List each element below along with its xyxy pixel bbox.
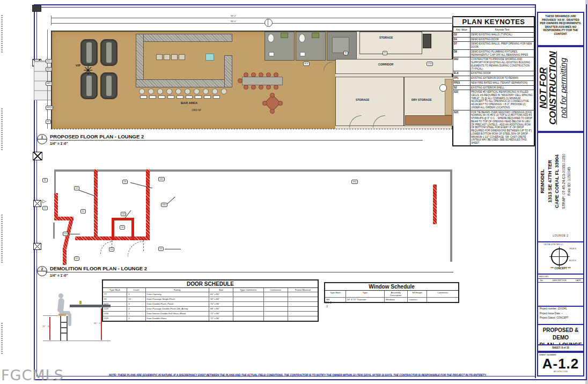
- bar-stool: [139, 88, 145, 94]
- door-schedule-cell: 1: [127, 292, 145, 297]
- keynote-row: S2EXISTING EXTERIOR SHELL: [453, 86, 534, 91]
- area-label: 1063 SF: [192, 109, 201, 112]
- chair: [244, 72, 248, 77]
- door-schedule-cell: [264, 307, 288, 311]
- edge-stamp: [1, 215, 3, 263]
- keynote-key: D4: [453, 38, 471, 42]
- project-folio: Folio ID: 1050045: [567, 130, 572, 232]
- bar-stool: [157, 88, 163, 94]
- keynote-tag: FP23: [46, 106, 53, 110]
- keynote-row: D8DEMO EXISTING PLUMBING FIXTURES, PERMA…: [453, 50, 534, 57]
- door-schedule-header: Type MarkCountFamilySizeType CommentsCom…: [103, 288, 318, 292]
- edge-stamp: [1, 322, 3, 354]
- keynote-tag: FP1: [46, 82, 52, 86]
- door-schedule-cell: [233, 302, 263, 306]
- datum-marker: [264, 19, 273, 27]
- chair: [251, 85, 256, 90]
- keynote-row: EL8EXISTING DOOR: [453, 71, 534, 76]
- door-schedule-col: Size: [209, 288, 233, 292]
- keynote-tag: D62: [161, 203, 167, 207]
- shelving: [405, 115, 452, 125]
- existing-wall: [450, 169, 452, 262]
- window-schedule-header: Type MarkTypeAssembly DescriptionSill He…: [325, 291, 458, 298]
- elevation-marker: [439, 84, 447, 92]
- demo-door-swing: [128, 241, 143, 256]
- door-schedule-cell: Door-Opening: [146, 292, 209, 297]
- door-schedule-cell: 12: [127, 297, 145, 301]
- person-figure: [68, 313, 71, 326]
- keynote-key: FP1: [453, 76, 471, 80]
- room-label-storage-top: STORAGE: [379, 36, 393, 39]
- door-schedule-rows: 771Door-Opening60" x 80"9112Door-Passage…: [103, 292, 318, 321]
- project-name: REMODEL: [539, 130, 547, 232]
- stool-tag: [177, 95, 183, 99]
- dimension-arrow: [49, 317, 50, 340]
- grid-marker: [33, 243, 41, 250]
- keynote-row: D2DEMO EXISTING WALLS (TYPICAL): [453, 33, 534, 38]
- existing-wall: [54, 169, 452, 172]
- keynote-row: S23FOR TIE BEAMS OVER MASONRY OPENINGS (…: [453, 110, 534, 145]
- dining-table: [242, 77, 283, 85]
- shelving: [445, 79, 452, 115]
- bar-equipment: [179, 54, 185, 60]
- keynote-text: EXISTING DOOR: [471, 71, 534, 76]
- true-north-label: TRUE N: [569, 248, 576, 250]
- keynote-row: D7DEMO EXISTING WALLS, PREP OPENING FOR …: [453, 42, 534, 49]
- keynote-tag: D4: [109, 247, 114, 252]
- chair: [274, 72, 278, 77]
- keynote-text: CONTRACTOR TO PROVIDE SHORING AND SUPPOR…: [471, 57, 534, 71]
- door-schedule-col: Type Comments: [233, 288, 263, 292]
- not-for-construction-stamp: NOT FOR CONSTRUCTION not for permitting: [539, 48, 582, 128]
- drink-glass: [79, 301, 82, 304]
- keynotes-header: Key Value Keynote Text: [453, 27, 534, 33]
- keynote-tag: D58: [427, 62, 433, 66]
- north-arrow-icon: [551, 248, 568, 265]
- keynote-tag: S23: [46, 67, 52, 71]
- project-address-2: CAPE CORAL FL 33904: [554, 130, 561, 232]
- chair: [266, 72, 271, 77]
- door-schedule-row: 9112Door-Passage-Single-Flush30" x 84": [103, 297, 318, 302]
- registration-mark: [32, 5, 41, 12]
- window-schedule-col: Assembly Description: [385, 291, 408, 297]
- history-title: HISTORY: [538, 275, 583, 278]
- stool-rung: [60, 322, 68, 323]
- room-label-dry-storage: DRY STORAGE: [411, 98, 432, 101]
- proposed-floor-plan: 94'-2" 94'-0" ✳ VIP BAR AREA 1063 SF: [51, 29, 453, 131]
- keynote-key: D2: [453, 33, 471, 37]
- keynote-text: EXISTING EXTERIOR SHELL: [471, 86, 534, 90]
- keynote-tag: D2: [74, 256, 79, 261]
- dimension-line: [51, 18, 453, 18]
- bar-stool: [212, 88, 218, 94]
- door-schedule-cell: [233, 312, 263, 316]
- keynotes-rows: D2DEMO EXISTING WALLS (TYPICAL)D4DEMO EX…: [453, 33, 534, 145]
- general-note: NOTE: THESE PLANS ARE SCHEMATIC IN NATUR…: [59, 374, 536, 376]
- stool-rung: [60, 327, 68, 328]
- grid-marker: [33, 200, 41, 207]
- bar-cooler: [205, 54, 214, 61]
- door-schedule-cell: 72" x 96": [209, 312, 233, 316]
- demising-line: [51, 129, 453, 129]
- project-number-box: Project number: 23-0341 Project Issue Da…: [537, 306, 584, 325]
- door-schedule-cell: 72" x 96": [209, 302, 233, 306]
- demo-wall: [94, 169, 98, 240]
- chair: [251, 72, 256, 77]
- window-schedule-row: W624" X 72" TransomWindows<varies>: [325, 298, 458, 302]
- project-strap: STRAP: 07-45-24-C3-00350.0250: [561, 130, 567, 232]
- dimension-line: [51, 23, 453, 24]
- seating-height-detail: 28" - 30" 40" - 42": [42, 290, 112, 350]
- door-schedule-cell: Door-Passage-Single-Flush: [146, 297, 209, 301]
- chair: [262, 101, 267, 106]
- existing-wall: [54, 169, 56, 194]
- keynote-tag: S2: [46, 120, 51, 124]
- door-schedule-row: D591Door-Double-Glass72" x 96": [103, 316, 318, 321]
- title-block: THESE DRAWINGS ARE PROVIDED 'AS IS'. DRA…: [535, 4, 586, 378]
- corridor: [335, 59, 453, 74]
- window-schedule-col: Type: [346, 291, 385, 297]
- door-schedule-cell: [233, 292, 263, 297]
- sheet-title-box: PROPOSED & DEMO PLAN - LOUNGE 2: [537, 324, 584, 345]
- window-schedule-cell: [427, 298, 458, 302]
- chair: [270, 93, 275, 98]
- history-col-date: DATE: [574, 279, 583, 282]
- demo-wall: [63, 248, 67, 265]
- keynote-tag: D4: [158, 247, 164, 251]
